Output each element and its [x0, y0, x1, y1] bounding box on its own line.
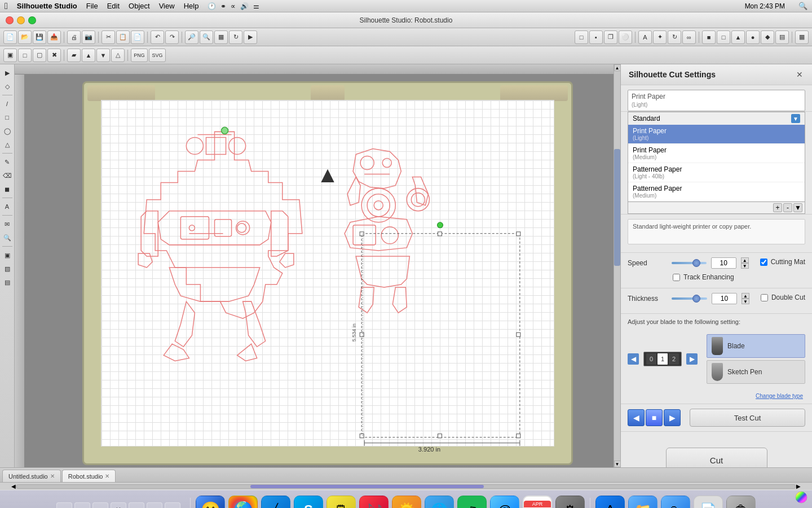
- nav-right-button1[interactable]: ■: [646, 409, 663, 426]
- hscroll-left-arrow[interactable]: ◀: [11, 483, 16, 489]
- dock-system-prefs[interactable]: ⚙: [555, 496, 585, 509]
- tb2-8[interactable]: △: [111, 49, 125, 62]
- test-cut-button[interactable]: Test Cut: [690, 409, 805, 427]
- tb2-10[interactable]: SVG: [149, 49, 166, 62]
- thickness-slider[interactable]: [672, 297, 707, 300]
- save-as-button[interactable]: 📥: [47, 30, 61, 44]
- dock-file[interactable]: 📄: [694, 496, 723, 509]
- new-button[interactable]: 📄: [3, 30, 17, 44]
- rotate-button[interactable]: ↻: [229, 30, 242, 44]
- dock-tool-6[interactable]: ◇: [147, 502, 162, 509]
- dock-files-2[interactable]: 🗀: [661, 496, 690, 509]
- tool-zoom[interactable]: 🔍: [1, 231, 14, 244]
- tool-node[interactable]: ◇: [1, 80, 14, 93]
- tool-select[interactable]: ▶: [1, 67, 14, 79]
- paste-button[interactable]: 📄: [131, 30, 144, 44]
- menu-file[interactable]: File: [86, 2, 98, 10]
- dock-chrome[interactable]: 🌎: [228, 496, 258, 509]
- tb2-5[interactable]: ▰: [67, 49, 81, 62]
- track-enhancing-checkbox[interactable]: [673, 274, 680, 281]
- tb-right-5[interactable]: A: [638, 30, 652, 44]
- category-arrow[interactable]: ▼: [791, 114, 800, 123]
- dock-appstore[interactable]: A: [595, 496, 625, 509]
- hscroll-right-arrow[interactable]: ▶: [796, 483, 801, 489]
- thickness-thumb[interactable]: [692, 295, 700, 303]
- dock-iphoto[interactable]: 🌐: [425, 496, 454, 509]
- material-item-0[interactable]: Print Paper(Light): [628, 125, 805, 144]
- panel-close-button[interactable]: ✕: [795, 70, 804, 79]
- tb-right-10[interactable]: □: [717, 30, 730, 44]
- tool-pencil[interactable]: ✎: [1, 156, 14, 168]
- cut-button[interactable]: Cut: [666, 448, 767, 467]
- plus-button[interactable]: +: [773, 203, 782, 212]
- vscroll-track[interactable]: [614, 71, 620, 461]
- speed-slider[interactable]: [672, 262, 707, 264]
- tb-right-3[interactable]: ❐: [604, 30, 617, 44]
- canvas-area[interactable]: for(let i=0;i<50;i++){ document.currentS…: [15, 64, 620, 467]
- tb2-1[interactable]: ▣: [3, 49, 17, 62]
- blade-nav-left[interactable]: ◀: [628, 353, 639, 365]
- tb-right-7[interactable]: ↻: [668, 30, 681, 44]
- tb2-7[interactable]: ▼: [96, 49, 110, 62]
- dock-itunes[interactable]: 🎶: [359, 496, 389, 509]
- tb-right-12[interactable]: ●: [746, 30, 760, 44]
- tb-right-9[interactable]: ■: [702, 30, 716, 44]
- nav-right-button2[interactable]: ▶: [664, 409, 681, 426]
- minimize-button[interactable]: [17, 16, 25, 24]
- nav-left-button[interactable]: ◀: [628, 409, 645, 426]
- dock-spotify[interactable]: ♫: [457, 496, 487, 509]
- tb-right-11[interactable]: ▲: [731, 30, 745, 44]
- print-button[interactable]: 🖨: [67, 30, 81, 44]
- tool-text[interactable]: A: [1, 200, 14, 213]
- speed-thumb[interactable]: [692, 259, 700, 267]
- vertical-scrollbar[interactable]: ▲ ▼: [614, 64, 620, 467]
- tool-eraser[interactable]: ⌫: [1, 169, 14, 182]
- tb-right-14[interactable]: ▤: [775, 30, 789, 44]
- copy-button[interactable]: 📋: [116, 30, 130, 44]
- tb-right-1[interactable]: □: [575, 30, 588, 44]
- blade-option-blade[interactable]: Blade: [707, 334, 805, 358]
- tool-line[interactable]: /: [1, 98, 14, 110]
- tool-extra3[interactable]: ▤: [1, 276, 14, 288]
- material-item-3[interactable]: Patterned Paper(Medium): [628, 182, 805, 202]
- thickness-down[interactable]: ▼: [742, 299, 749, 304]
- cut-button[interactable]: ✂: [102, 30, 115, 44]
- dock-tool-7[interactable]: △: [165, 502, 180, 509]
- apple-menu[interactable]: : [5, 1, 8, 11]
- app-menu-name[interactable]: Silhouette Studio: [17, 2, 77, 10]
- color-wheel[interactable]: [795, 491, 807, 503]
- search-icon[interactable]: 🔍: [798, 2, 807, 10]
- print-preview-button[interactable]: 📷: [82, 30, 95, 44]
- blade-option-sketch[interactable]: Sketch Pen: [707, 360, 805, 384]
- blade-nav-right[interactable]: ▶: [686, 353, 698, 365]
- tool-fill[interactable]: ◼: [1, 183, 14, 195]
- tb-right-6[interactable]: ✦: [653, 30, 667, 44]
- tool-rect[interactable]: □: [1, 111, 14, 124]
- tool-extra2[interactable]: ▧: [1, 262, 14, 275]
- dock-notes[interactable]: 🗒: [326, 496, 356, 509]
- tool-knife[interactable]: ✉: [1, 218, 14, 230]
- tb-right-4[interactable]: ⚪: [619, 30, 632, 44]
- tb2-6[interactable]: ▲: [82, 49, 95, 62]
- dock-tool-3[interactable]: ■: [92, 502, 108, 509]
- speed-input[interactable]: [711, 257, 736, 269]
- tool-poly[interactable]: △: [1, 138, 14, 151]
- cutting-mat-inner[interactable]: 3.920 in 5.534 in: [101, 100, 554, 446]
- scroll-down-btn[interactable]: ▼: [793, 203, 802, 212]
- menu-view[interactable]: View: [159, 2, 175, 10]
- dock-tool-5[interactable]: ▲: [129, 502, 144, 509]
- vscroll-thumb[interactable]: [614, 149, 620, 266]
- thickness-input[interactable]: [712, 293, 737, 304]
- save-button[interactable]: 💾: [33, 30, 46, 44]
- close-button[interactable]: [6, 16, 14, 24]
- undo-button[interactable]: ↶: [151, 30, 164, 44]
- tb2-3[interactable]: ▢: [33, 49, 46, 62]
- dock-files[interactable]: 📁: [628, 496, 657, 509]
- tb-right-2[interactable]: ▪: [589, 30, 603, 44]
- dock-trash[interactable]: 🗑: [726, 496, 756, 509]
- double-cut-checkbox[interactable]: [761, 294, 768, 301]
- upload-arrow[interactable]: ▲: [316, 162, 339, 187]
- material-item-2[interactable]: Patterned Paper(Light - 40lb): [628, 163, 805, 182]
- tab-robot[interactable]: Robot.studio ✕: [62, 470, 116, 482]
- speed-up[interactable]: ▲: [741, 257, 749, 263]
